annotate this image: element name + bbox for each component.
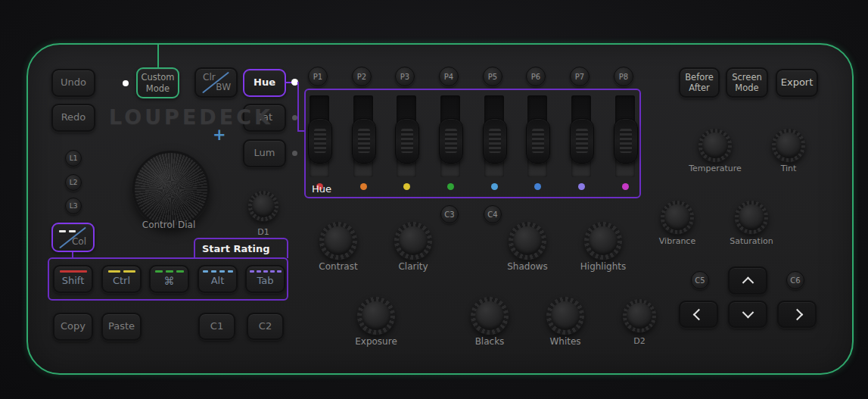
clarity-knob[interactable] (394, 222, 432, 260)
c1-button[interactable]: C1 (198, 313, 235, 340)
redo-button[interactable]: Redo (51, 104, 95, 132)
custom-mode-connector-line (157, 44, 159, 68)
slider-track[interactable] (310, 95, 329, 177)
cmd-button[interactable]: ⌘ (149, 265, 189, 293)
d1-knob[interactable] (248, 191, 278, 221)
c1-label: C1 (210, 320, 223, 332)
highlights-knob[interactable] (584, 222, 622, 260)
slider-handle[interactable] (526, 118, 550, 164)
shadows-knob[interactable] (509, 222, 546, 260)
slider-handle[interactable] (570, 118, 594, 164)
c2-button[interactable]: C2 (247, 313, 284, 340)
hue-slider-3[interactable] (397, 95, 416, 177)
c6-button[interactable]: C6 (786, 271, 804, 289)
arrow-right-button[interactable] (777, 301, 817, 328)
p5-button[interactable]: P5 (483, 67, 502, 86)
c5-label: C5 (695, 276, 705, 285)
p2-button[interactable]: P2 (352, 67, 372, 86)
hue-button[interactable]: Hue (243, 69, 286, 97)
paste-button[interactable]: Paste (101, 313, 142, 341)
vibrance-knob[interactable] (661, 201, 694, 234)
slider-handle[interactable] (614, 118, 638, 164)
slider-track[interactable] (615, 95, 635, 177)
slider-handle[interactable] (352, 118, 376, 164)
tab-color-bar-icon (250, 270, 254, 273)
shift-button[interactable]: Shift (53, 265, 93, 293)
slider-handle[interactable] (308, 118, 332, 164)
tab-color-bar-icon (263, 270, 268, 273)
alt-button[interactable]: Alt (198, 265, 238, 293)
slider-grip-icon (401, 129, 414, 153)
p1-label: P1 (313, 73, 322, 81)
undo-button[interactable]: Undo (51, 69, 95, 97)
slider-track[interactable] (440, 95, 460, 177)
d2-knob[interactable] (623, 299, 656, 332)
l1-button[interactable]: L1 (65, 150, 82, 167)
p8-button[interactable]: P8 (614, 67, 633, 86)
hue-slider-7[interactable] (571, 95, 591, 177)
copy-label: Copy (61, 320, 86, 332)
slider-handle[interactable] (483, 118, 507, 164)
slider-track[interactable] (527, 95, 547, 177)
p6-label: P6 (531, 73, 540, 81)
p6-button[interactable]: P6 (526, 67, 546, 86)
p4-button[interactable]: P4 (439, 67, 459, 86)
hue-slider-6[interactable] (527, 95, 547, 177)
copy-button[interactable]: Copy (53, 313, 93, 341)
slider-handle[interactable] (395, 118, 419, 164)
hue-slider-1[interactable] (310, 95, 329, 177)
d1-label: D1 (248, 227, 278, 237)
p8-label: P8 (619, 73, 628, 81)
cmd-color-bar-icon (176, 270, 184, 273)
p4-label: P4 (444, 73, 453, 81)
col-button[interactable]: Col (51, 223, 95, 252)
l2-label: L2 (70, 179, 78, 186)
control-dial[interactable] (132, 151, 210, 228)
c4-button[interactable]: C4 (484, 205, 502, 223)
exposure-knob[interactable] (357, 297, 395, 335)
arrow-up-button[interactable] (728, 267, 767, 295)
slider-handle[interactable] (439, 118, 463, 164)
arrow-left-button[interactable] (679, 301, 718, 328)
before-after-button[interactable]: Before After (679, 67, 720, 98)
slider-track[interactable] (353, 95, 373, 177)
slider-track[interactable] (397, 95, 416, 177)
tint-knob[interactable] (772, 129, 805, 162)
saturation-knob[interactable] (735, 201, 768, 234)
chevron-left-icon (692, 308, 705, 320)
p3-button[interactable]: P3 (395, 67, 415, 86)
ctrl-button[interactable]: Ctrl (101, 265, 142, 293)
hue-slider-5[interactable] (484, 95, 504, 177)
tab-button[interactable]: Tab (245, 265, 285, 293)
c4-label: C4 (487, 210, 497, 219)
screen-mode-button[interactable]: Screen Mode (726, 67, 768, 98)
alt-color-bar-icon (219, 270, 225, 273)
slider-track[interactable] (484, 95, 504, 177)
clr-bw-button[interactable]: Clr BW (194, 67, 238, 98)
custom-mode-label-line1: Custom (141, 72, 174, 83)
contrast-knob[interactable] (319, 222, 357, 260)
lum-indicator-dot (292, 151, 297, 156)
custom-mode-button[interactable]: Custom Mode (136, 67, 179, 98)
hue-slider-8[interactable] (615, 95, 635, 177)
l2-button[interactable]: L2 (65, 174, 82, 191)
c5-button[interactable]: C5 (691, 271, 709, 289)
p1-button[interactable]: P1 (308, 67, 328, 86)
col-dash-icon2 (69, 230, 76, 232)
l3-button[interactable]: L3 (65, 198, 82, 214)
export-button[interactable]: Export (776, 69, 818, 97)
blacks-knob[interactable] (471, 297, 509, 335)
alt-label: Alt (211, 275, 225, 287)
lum-button[interactable]: Lum (243, 139, 286, 167)
whites-knob[interactable] (546, 297, 584, 335)
temperature-knob[interactable] (698, 129, 732, 162)
hue-slider-2[interactable] (353, 95, 373, 177)
slider-grip-icon (358, 129, 371, 153)
arrow-down-button[interactable] (728, 301, 767, 328)
c3-button[interactable]: C3 (440, 205, 459, 223)
tab-label: Tab (257, 275, 273, 287)
hue-slider-4[interactable] (440, 95, 460, 177)
whites-label: Whites (535, 336, 596, 347)
p7-button[interactable]: P7 (570, 67, 590, 86)
slider-track[interactable] (571, 95, 591, 177)
